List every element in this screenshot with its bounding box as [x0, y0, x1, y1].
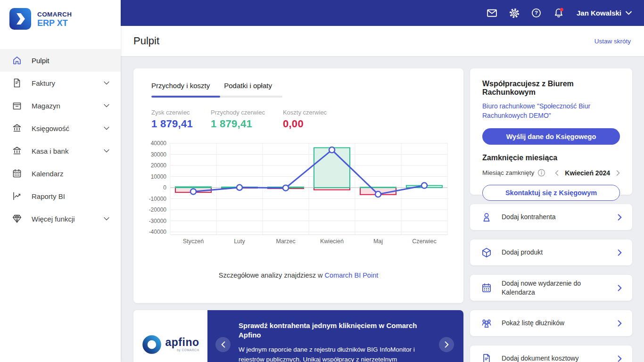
chevron-right-icon [618, 285, 622, 291]
apfino-banner: apfino by COMARCH Sprawdź kontrahenta je… [133, 310, 463, 362]
month-close-title: Zamknięcie miesiąca [482, 154, 620, 162]
banner-body: W jednym raporcie dane z rejestru dłużni… [239, 345, 426, 362]
carousel-next-button[interactable] [439, 337, 454, 352]
sidebar-item-label: Raporty BI [32, 192, 65, 200]
bi-point-link[interactable]: Comarch BI Point [325, 272, 379, 279]
sidebar-item-faktury[interactable]: Faktury [0, 72, 121, 94]
svg-text:-10000: -10000 [149, 196, 167, 202]
diamond-icon [11, 213, 23, 224]
sidebar-item-pulpit[interactable]: Pulpit [0, 49, 121, 72]
action-add-calendar-event[interactable]: Dodaj nowe wydarzenie do Kalendarza [470, 275, 632, 301]
document-icon [480, 353, 493, 362]
sidebar-item-label: Faktury [32, 79, 55, 87]
month-navigator: Kwiecień 2024 [555, 169, 620, 177]
stat-przychody: Przychody czerwiec 1 879,41 [211, 109, 265, 130]
user-name: Jan Kowalski [577, 9, 621, 17]
settings-icon[interactable] [508, 7, 520, 19]
sidebar-item-label: Więcej funkcji [32, 215, 75, 223]
bank-icon [11, 145, 23, 156]
stat-label: Zysk czerwiec [151, 109, 193, 116]
svg-text:30000: 30000 [151, 151, 167, 158]
calendar-icon [480, 282, 493, 294]
profit-marker [237, 185, 242, 190]
app-logo[interactable]: COMARCH ERP XT [0, 0, 121, 49]
action-label: Dodaj dokument kosztowy [502, 354, 578, 362]
profit-marker [283, 185, 289, 191]
sidebar-item-label: Kasa i bank [32, 147, 68, 155]
sidebar-item-label: Księgowość [32, 124, 69, 132]
page-title: Pulpit [133, 35, 159, 47]
sidebar-item-label: Kalendarz [32, 170, 64, 178]
comarch-logo-icon [9, 8, 31, 30]
tab-podatki-i-oplaty[interactable]: Podatki i opłaty [224, 82, 272, 96]
analytics-text: Szczegółowe analizy znajdziesz w [219, 272, 323, 279]
action-show-debtors[interactable]: Pokaż listę dłużników [470, 310, 632, 336]
chevron-left-icon [555, 170, 559, 176]
sidebar-item-kasa-i-bank[interactable]: Kasa i bank [0, 140, 121, 162]
carousel-prev-button[interactable] [215, 337, 231, 352]
svg-text:0: 0 [163, 184, 166, 191]
action-label: Dodaj produkt [502, 248, 543, 256]
sidebar-item-wiecej-funkcji[interactable]: Więcej funkcji [0, 207, 121, 230]
sidebar-item-label: Pulpit [32, 57, 50, 65]
action-label: Pokaż listę dłużników [502, 319, 564, 327]
sidebar-item-raporty-bi[interactable]: Raporty BI [0, 185, 121, 207]
bank-icon [11, 123, 23, 134]
home-icon [11, 55, 23, 66]
chevron-left-icon [221, 341, 225, 348]
revenue-bar [360, 187, 396, 188]
user-menu[interactable]: Jan Kowalski [577, 9, 632, 17]
main-column: Przychody i koszty Podatki i opłaty Zysk… [133, 68, 463, 362]
month-status: Miesiąc zamknięty [482, 169, 534, 176]
chevron-right-icon [618, 249, 622, 256]
chevron-right-icon [618, 320, 622, 327]
set-shortcuts-link[interactable]: Ustaw skróty [594, 38, 631, 45]
profit-marker [421, 183, 427, 189]
svg-text:20000: 20000 [151, 162, 167, 169]
stat-zysk: Zysk czerwiec 1 879,41 [151, 109, 193, 130]
finance-chart-card: Przychody i koszty Podatki i opłaty Zysk… [133, 68, 463, 303]
apfino-logo-panel: apfino by COMARCH [133, 310, 207, 362]
action-add-contractor[interactable]: Dodaj kontrahenta [470, 204, 632, 230]
action-add-product[interactable]: Dodaj produkt [470, 239, 632, 265]
notifications-icon[interactable] [553, 7, 565, 19]
chevron-down-icon [104, 126, 109, 130]
send-data-button[interactable]: Wyślij dane do Księgowego [482, 128, 620, 145]
prev-month-button[interactable] [555, 170, 559, 176]
tab-przychody-i-koszty[interactable]: Przychody i koszty [151, 82, 210, 96]
action-add-cost-document[interactable]: Dodaj dokument kosztowy [470, 346, 632, 362]
chevron-down-icon [104, 217, 109, 221]
action-label: Dodaj kontrahenta [502, 213, 555, 221]
chevron-down-icon [626, 11, 632, 15]
stats-row: Zysk czerwiec 1 879,41 Przychody czerwie… [151, 109, 449, 130]
svg-text:10000: 10000 [151, 173, 167, 180]
profit-costs-chart: 400003000020000100000-10000-20000-30000-… [148, 140, 453, 246]
stat-value: 0,00 [283, 118, 327, 130]
revenue-bar [175, 187, 211, 188]
accounting-card-title: Współpracujesz z Biurem Rachunkowym [482, 80, 620, 97]
next-month-button[interactable] [616, 170, 620, 176]
active-tab-indicator [151, 96, 220, 98]
people-icon [480, 317, 493, 329]
svg-text:Marzec: Marzec [276, 238, 296, 245]
apfino-ring-icon [142, 335, 162, 354]
chart-tabs: Przychody i koszty Podatki i opłaty [151, 82, 449, 96]
cube-icon [480, 247, 493, 259]
sidebar-item-magazyn[interactable]: Magazyn [0, 94, 121, 117]
chevron-right-icon [618, 355, 622, 362]
help-icon[interactable]: ? [530, 7, 543, 19]
contact-accountant-button[interactable]: Skontaktuj się z Księgowym [482, 185, 620, 201]
mail-icon[interactable] [486, 7, 498, 19]
sidebar-item-kalendarz[interactable]: Kalendarz [0, 162, 121, 185]
sidebar-item-label: Magazyn [32, 102, 60, 110]
svg-text:Czerwiec: Czerwiec [412, 238, 436, 245]
accounting-office-card: Współpracujesz z Biurem Rachunkowym Biur… [470, 68, 632, 195]
sidebar-item-ksiegowosc[interactable]: Księgowość [0, 117, 121, 140]
apfino-wordmark: apfino by COMARCH [165, 337, 199, 352]
svg-text:?: ? [535, 10, 538, 16]
svg-text:-40000: -40000 [149, 229, 167, 235]
stat-value: 1 879,41 [211, 118, 265, 130]
chevron-right-icon [445, 341, 449, 348]
accounting-office-link[interactable]: Biuro rachunkowe "Społeczność Biur Rachu… [482, 102, 620, 120]
info-icon[interactable] [537, 169, 545, 177]
